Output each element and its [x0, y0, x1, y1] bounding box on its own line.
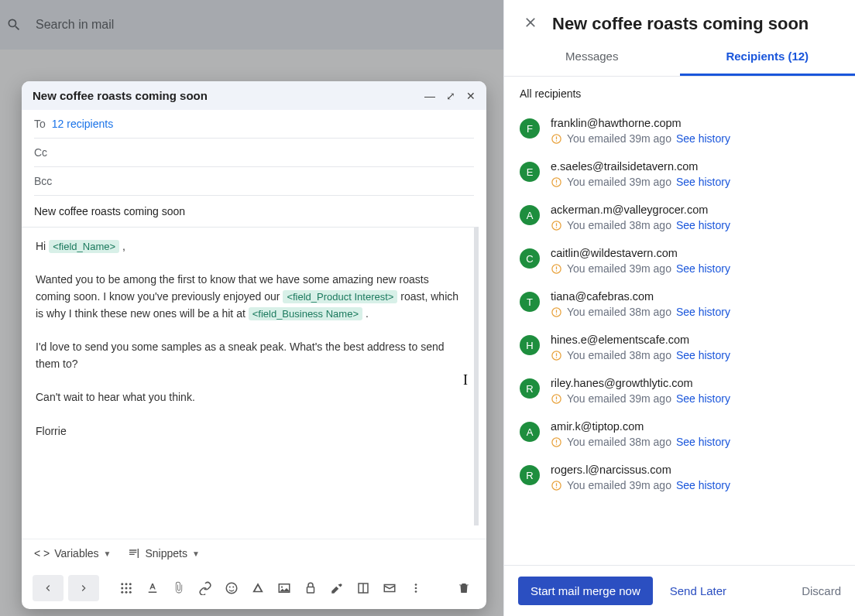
svg-rect-38	[556, 357, 557, 358]
svg-rect-23	[556, 140, 557, 141]
warning-icon	[551, 263, 562, 275]
recipients-link[interactable]: 12 recipients	[52, 118, 113, 130]
svg-rect-46	[556, 483, 557, 486]
template-icon[interactable]	[352, 577, 375, 600]
panel-close-icon[interactable]	[523, 15, 538, 33]
bcc-row[interactable]: Bcc	[34, 167, 474, 195]
see-history-link[interactable]: See history	[676, 132, 730, 145]
prev-button[interactable]	[33, 575, 64, 601]
avatar: F	[520, 118, 540, 139]
link-icon[interactable]	[194, 577, 217, 600]
see-history-link[interactable]: See history	[676, 219, 730, 231]
recipient-row[interactable]: R rogers.l@narcissus.com You emailed 39m…	[520, 456, 855, 499]
see-history-link[interactable]: See history	[676, 392, 730, 405]
expand-icon[interactable]: ⤢	[446, 91, 455, 101]
cc-label: Cc	[34, 146, 47, 159]
warning-icon	[551, 436, 562, 448]
cc-row[interactable]: Cc	[34, 139, 474, 167]
field-business-chip[interactable]: <field_Business Name>	[249, 307, 362, 320]
tab-messages[interactable]: Messages	[504, 42, 680, 76]
recipient-email: caitlin@wildestavern.com	[551, 247, 730, 259]
recipient-row[interactable]: F franklin@hawthorne.copm You emailed 39…	[520, 109, 855, 152]
compose-body[interactable]: Hi <field_Name> , Wanted you to be among…	[22, 227, 479, 525]
recipient-row[interactable]: T tiana@cafebras.com You emailed 38m ago…	[520, 282, 855, 326]
field-product-chip[interactable]: <field_Product Interest>	[283, 290, 397, 303]
close-icon[interactable]: ✕	[466, 91, 476, 101]
subject-field[interactable]: New coffee roasts coming soon	[22, 196, 486, 227]
trash-icon[interactable]	[452, 577, 476, 600]
recipient-email: e.saeles@trailsidetavern.com	[551, 160, 730, 173]
recipient-email: riley.hanes@growthlytic.com	[551, 377, 730, 389]
see-history-link[interactable]: See history	[676, 176, 730, 188]
recipients-panel: New coffee roasts coming soon Messages R…	[503, 0, 855, 616]
recipient-row[interactable]: C caitlin@wildestavern.com You emailed 3…	[520, 239, 855, 282]
warning-icon	[551, 393, 562, 405]
recipient-status: You emailed 39m ago	[567, 392, 671, 405]
panel-title: New coffee roasts coming soon	[552, 14, 809, 34]
text-format-icon[interactable]	[141, 577, 164, 600]
recipient-row[interactable]: R riley.hanes@growthlytic.com You emaile…	[520, 369, 855, 412]
image-icon[interactable]	[273, 577, 296, 600]
svg-rect-40	[556, 396, 557, 399]
see-history-link[interactable]: See history	[676, 436, 730, 448]
svg-point-6	[121, 591, 123, 594]
svg-point-19	[415, 587, 417, 590]
field-name-chip[interactable]: <field_Name>	[49, 240, 119, 253]
recipient-email: amir.k@tiptop.com	[551, 420, 730, 433]
recipient-status: You emailed 39m ago	[567, 262, 671, 275]
see-history-link[interactable]: See history	[676, 479, 730, 491]
secondary-toolbar: < > Variables ▼ Snippets ▼	[22, 539, 486, 567]
variables-button[interactable]: < > Variables ▼	[34, 547, 111, 560]
recipient-row[interactable]: A amir.k@tiptop.com You emailed 38m ago …	[520, 412, 855, 456]
warning-icon	[551, 306, 562, 318]
discard-button[interactable]: Discard	[802, 584, 841, 597]
tab-recipients[interactable]: Recipients (12)	[680, 42, 856, 76]
more-icon[interactable]	[404, 577, 428, 600]
see-history-link[interactable]: See history	[676, 306, 730, 318]
attach-icon[interactable]	[167, 577, 191, 600]
chevron-down-icon: ▼	[192, 549, 200, 558]
to-row[interactable]: To 12 recipients	[34, 110, 474, 139]
svg-rect-28	[556, 223, 557, 226]
svg-rect-26	[556, 183, 557, 184]
avatar: A	[520, 422, 540, 442]
recipient-row[interactable]: E e.saeles@trailsidetavern.com You email…	[520, 152, 855, 196]
avatar: R	[520, 378, 540, 399]
signature-icon[interactable]	[325, 577, 349, 600]
schedule-icon[interactable]	[378, 577, 401, 600]
next-button[interactable]	[68, 575, 99, 601]
recipient-row[interactable]: H hines.e@elementscafe.com You emailed 3…	[520, 326, 855, 369]
avatar: T	[520, 292, 540, 312]
see-history-link[interactable]: See history	[676, 349, 730, 361]
avatar: E	[520, 162, 540, 182]
svg-rect-31	[556, 266, 557, 269]
emoji-icon[interactable]	[220, 577, 243, 600]
bcc-label: Bcc	[34, 175, 52, 187]
warning-icon	[551, 350, 562, 361]
recipient-email: ackerman.m@valleygrocer.com	[551, 204, 730, 216]
to-label: To	[34, 118, 46, 130]
apps-icon[interactable]	[115, 577, 138, 600]
svg-point-10	[229, 587, 231, 588]
avatar: C	[520, 248, 540, 269]
svg-rect-14	[307, 587, 314, 594]
drive-icon[interactable]	[246, 577, 270, 600]
svg-point-5	[129, 587, 132, 590]
minimize-icon[interactable]: —	[424, 91, 435, 101]
warning-icon	[551, 133, 562, 145]
text-cursor-icon: I	[463, 372, 468, 388]
warning-icon	[551, 220, 562, 231]
lock-icon[interactable]	[299, 577, 322, 600]
start-mail-merge-button[interactable]: Start mail merge now	[518, 577, 653, 605]
recipient-status: You emailed 39m ago	[567, 176, 671, 188]
all-recipients-heading: All recipients	[520, 87, 855, 100]
svg-rect-22	[556, 136, 557, 139]
see-history-link[interactable]: See history	[676, 262, 730, 275]
snippets-icon	[128, 547, 140, 560]
svg-rect-32	[556, 270, 557, 271]
recipient-status: You emailed 38m ago	[567, 219, 671, 231]
snippets-button[interactable]: Snippets ▼	[128, 547, 199, 560]
send-later-button[interactable]: Send Later	[670, 584, 726, 597]
svg-point-1	[125, 583, 128, 585]
recipient-row[interactable]: A ackerman.m@valleygrocer.com You emaile…	[520, 196, 855, 239]
